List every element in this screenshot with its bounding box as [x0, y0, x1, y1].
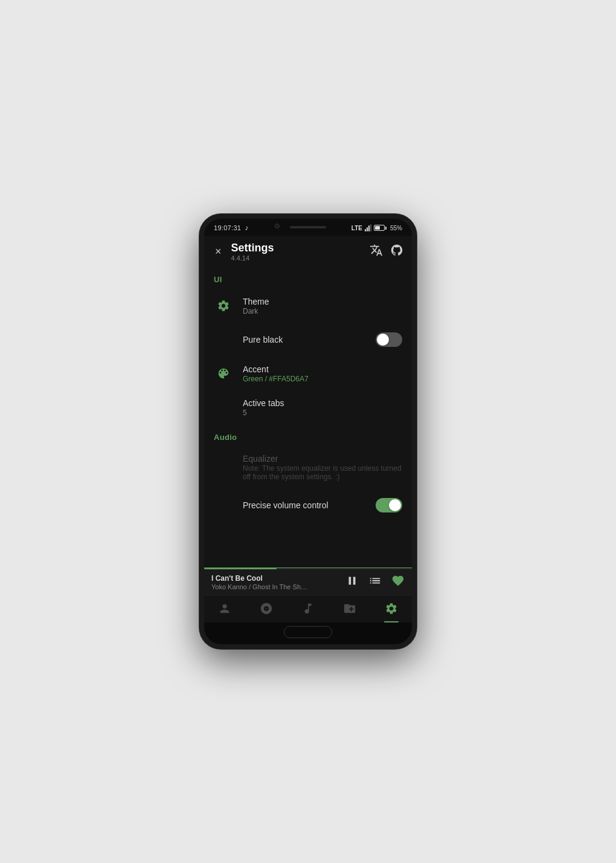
mini-player-title: I Can't Be Cool — [211, 574, 345, 583]
translate-icon[interactable] — [370, 244, 383, 260]
pure-black-label: Pure black — [243, 335, 376, 344]
precise-volume-toggle[interactable] — [376, 498, 402, 512]
status-bar: 19:07:31 ♪ LTE 55% — [204, 219, 412, 236]
theme-gear-icon — [214, 296, 233, 315]
status-right: LTE 55% — [351, 224, 402, 231]
nav-item-folders[interactable] — [338, 600, 361, 618]
accent-palette-icon — [214, 364, 233, 383]
setting-item-accent[interactable]: Accent Green / #FFA5D6A7 — [204, 357, 412, 390]
active-tabs-label: Active tabs — [243, 398, 402, 408]
battery-tip — [385, 227, 387, 230]
equalizer-label: Equalizer — [243, 454, 402, 464]
signal-bar-2 — [367, 227, 368, 231]
music-note-icon: ♪ — [245, 224, 248, 232]
setting-item-theme[interactable]: Theme Dark — [204, 289, 412, 323]
github-icon[interactable] — [390, 244, 403, 260]
folder-music-icon — [343, 602, 356, 615]
music-note-icon — [301, 602, 315, 615]
battery-fill — [375, 226, 380, 230]
nav-item-settings[interactable] — [380, 600, 403, 618]
accent-text: Accent Green / #FFA5D6A7 — [243, 364, 402, 383]
active-tabs-text: Active tabs 5 — [243, 398, 402, 417]
nav-item-library[interactable] — [213, 600, 236, 618]
header-actions — [370, 244, 403, 260]
toggle-thumb-precise — [389, 499, 401, 511]
battery-pct: 55% — [390, 225, 402, 231]
close-button[interactable]: × — [213, 243, 224, 260]
setting-item-equalizer: Equalizer Note: The system equalizer is … — [204, 447, 412, 488]
header-title: Settings — [231, 242, 370, 254]
precise-volume-text: Precise volume control — [243, 500, 376, 510]
equalizer-value: Note: The system equalizer is used unles… — [243, 464, 402, 481]
setting-item-active-tabs[interactable]: Active tabs 5 — [204, 390, 412, 424]
battery-body — [374, 225, 385, 231]
mini-player-progress-fill — [204, 568, 277, 569]
status-time: 19:07:31 — [214, 224, 241, 231]
precise-volume-label: Precise volume control — [243, 500, 376, 510]
setting-item-pure-black[interactable]: Pure black — [204, 323, 412, 357]
bottom-nav — [204, 595, 412, 622]
signal-bar-3 — [368, 225, 370, 231]
mini-player-artist: Yoko Kanno / Ghost In The Shell: S.A.C O… — [211, 583, 308, 590]
volume-button — [199, 291, 201, 315]
signal-bar-1 — [365, 229, 366, 231]
mini-player: I Can't Be Cool Yoko Kanno / Ghost In Th… — [204, 567, 412, 595]
header-title-block: Settings 4.4.14 — [231, 242, 370, 262]
pause-button[interactable] — [345, 574, 359, 590]
mini-player-content: I Can't Be Cool Yoko Kanno / Ghost In Th… — [204, 569, 412, 595]
bottom-spacing — [204, 522, 412, 527]
header-version: 4.4.14 — [231, 254, 370, 262]
mini-player-info: I Can't Be Cool Yoko Kanno / Ghost In Th… — [211, 574, 345, 590]
settings-icon — [385, 602, 398, 615]
screen: 19:07:31 ♪ LTE 55% — [204, 219, 412, 644]
theme-text: Theme Dark — [243, 297, 402, 315]
toggle-thumb — [377, 334, 389, 346]
phone-shell: 19:07:31 ♪ LTE 55% — [199, 214, 417, 649]
app-header: × Settings 4.4.14 — [204, 236, 412, 267]
person-icon — [218, 602, 231, 615]
nav-item-albums[interactable] — [255, 600, 278, 618]
active-tabs-value: 5 — [243, 409, 402, 417]
power-button — [415, 279, 417, 309]
equalizer-text: Equalizer Note: The system equalizer is … — [243, 454, 402, 481]
home-indicator-bar — [284, 626, 332, 638]
section-header-ui: UI — [204, 267, 412, 289]
home-indicator — [204, 622, 412, 644]
status-left: 19:07:31 ♪ — [214, 224, 248, 232]
signal-icon — [365, 224, 371, 231]
nav-item-songs[interactable] — [297, 600, 319, 618]
accent-label: Accent — [243, 364, 402, 374]
album-icon — [260, 602, 273, 615]
pure-black-toggle[interactable] — [376, 332, 402, 347]
favorite-button[interactable] — [391, 574, 405, 590]
theme-value: Dark — [243, 307, 402, 315]
theme-label: Theme — [243, 297, 402, 306]
section-header-audio: Audio — [204, 424, 412, 447]
setting-item-precise-volume[interactable]: Precise volume control — [204, 488, 412, 522]
settings-scroll[interactable]: UI Theme Dark Pure black — [204, 267, 412, 567]
signal-bar-4 — [370, 224, 371, 231]
mini-player-controls — [345, 574, 405, 590]
pure-black-text: Pure black — [243, 335, 376, 344]
battery-icon — [374, 225, 387, 231]
accent-value: Green / #FFA5D6A7 — [243, 375, 402, 383]
mini-player-progress — [204, 568, 412, 569]
nav-active-indicator — [384, 621, 399, 622]
queue-button[interactable] — [368, 574, 382, 590]
lte-label: LTE — [351, 225, 362, 231]
camera-dot — [275, 224, 280, 228]
